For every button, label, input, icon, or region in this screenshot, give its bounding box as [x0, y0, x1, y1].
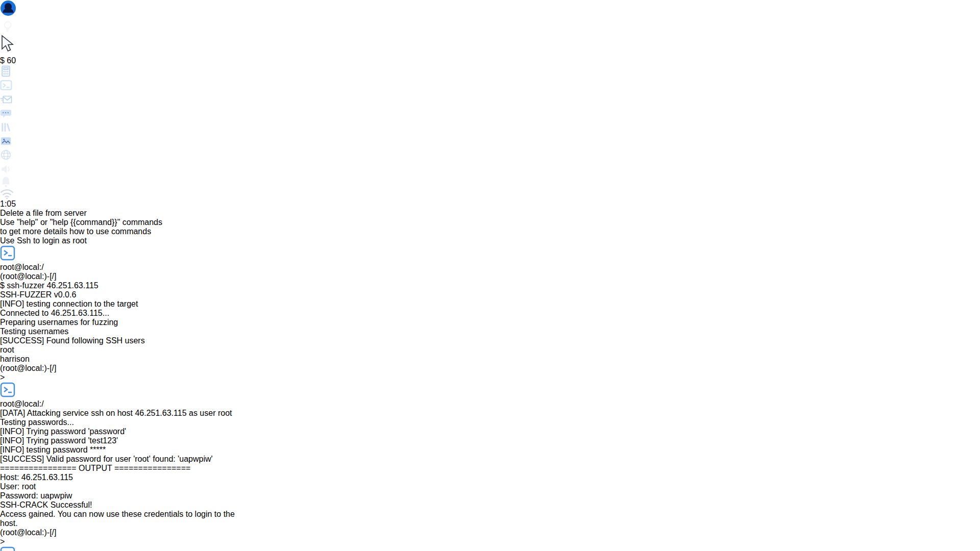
terminal-line: Testing passwords...	[0, 418, 980, 427]
mission-hint: Use Ssh to login as root	[0, 236, 980, 245]
terminal-line: [INFO] Trying password 'password'	[0, 427, 980, 436]
terminal-output[interactable]: [DATA] Attacking service ssh on host 46.…	[0, 409, 980, 546]
hint-text: to get more details how to use commands	[0, 227, 980, 236]
clock: 1:05	[0, 199, 16, 208]
terminal-line: [INFO] testing connection to the target	[0, 299, 980, 309]
mouse-cursor	[0, 35, 980, 56]
hint-text: Use Ssh to login as root	[0, 236, 980, 245]
terminal-line: Password: uapwpiw	[0, 491, 980, 500]
hint-button[interactable]	[0, 18, 980, 35]
terminal-titlebar[interactable]: root@local:/	[0, 382, 980, 409]
lightbulb-icon	[0, 18, 13, 33]
terminal-line: Testing usernames	[0, 327, 980, 336]
terminal-line: harrison	[0, 355, 980, 364]
taskbar-icon-library[interactable]	[0, 121, 980, 135]
terminal-line: [DATA] Attacking service ssh on host 46.…	[0, 409, 980, 418]
taskbar-icon-network[interactable]	[0, 149, 980, 163]
terminal-line: [INFO] testing password *****	[0, 445, 980, 455]
system-tray: 1:05	[0, 163, 980, 209]
taskbar-icon-mail[interactable]	[0, 93, 980, 108]
money-counter: $ 60	[0, 56, 980, 65]
terminal-titlebar[interactable]: root@local:/	[0, 546, 980, 551]
volume-icon[interactable]	[0, 163, 980, 176]
terminal-line: Preparing usernames for fuzzing	[0, 318, 980, 327]
player-avatar-icon[interactable]	[0, 0, 980, 18]
terminal-window-ssh-fuzzer[interactable]: root@local:/ (root@local:)-[/]$ ssh-fuzz…	[0, 245, 980, 382]
terminal-line: >	[0, 537, 980, 546]
bell-icon[interactable]	[0, 176, 980, 188]
top-bar: $ 60 1:05	[0, 0, 980, 209]
terminal-line: (root@local:)-[/]	[0, 364, 980, 373]
mission-panel: Delete a file from server Use "help" or …	[0, 209, 980, 245]
terminal-window-ssh-crack[interactable]: root@local:/ [DATA] Attacking service ss…	[0, 382, 980, 546]
terminal-window-networkanalyzer[interactable]: root@local:/ (root@local:)-[/]$ networka…	[0, 546, 980, 551]
terminal-line: User: root	[0, 482, 980, 491]
terminal-line: [INFO] Trying password 'test123'	[0, 436, 980, 445]
terminal-line: [SUCCESS] Valid password for user 'root'…	[0, 455, 980, 464]
terminal-line: $ ssh-fuzzer 46.251.63.115	[0, 281, 980, 290]
terminal-output[interactable]: (root@local:)-[/]$ ssh-fuzzer 46.251.63.…	[0, 272, 980, 382]
terminal-title: root@local:/	[0, 399, 980, 409]
desktop: { "topbar": { "money": "$ 60", "time": "…	[0, 0, 980, 551]
wifi-icon[interactable]	[0, 188, 980, 199]
terminal-line: (root@local:)-[/]	[0, 528, 980, 537]
taskbar-icon-image[interactable]	[0, 135, 980, 149]
terminal-line: [SUCCESS] Found following SSH users	[0, 336, 980, 345]
terminal-line: SSH-FUZZER v0.0.6	[0, 290, 980, 299]
taskbar-icon-terminal[interactable]	[0, 79, 980, 93]
terminal-line: ================ OUTPUT ================	[0, 464, 980, 473]
terminal-line: (root@local:)-[/]	[0, 272, 980, 281]
terminal-line: >	[0, 373, 980, 382]
terminal-line: SSH-CRACK Successful!	[0, 500, 980, 510]
taskbar-icon-chat[interactable]	[0, 108, 980, 121]
terminal-line: Host: 46.251.63.115	[0, 473, 980, 482]
taskbar-icon-calculator[interactable]	[0, 65, 980, 79]
taskbar	[0, 65, 980, 163]
mission-hint: Use "help" or "help {{command}}" command…	[0, 218, 980, 236]
hint-text: Use "help" or "help {{command}}" command…	[0, 218, 980, 227]
terminal-title: root@local:/	[0, 263, 980, 272]
terminal-line: Access gained. You can now use these cre…	[0, 510, 980, 519]
mission-hints: Use "help" or "help {{command}}" command…	[0, 218, 980, 245]
terminal-icon	[0, 254, 15, 262]
terminal-line: Connected to 46.251.63.115...	[0, 309, 980, 318]
terminal-icon	[0, 390, 15, 399]
terminal-titlebar[interactable]: root@local:/	[0, 245, 980, 272]
terminal-line: root	[0, 345, 980, 355]
mission-title: Delete a file from server	[0, 209, 980, 218]
terminal-line: host.	[0, 519, 980, 528]
